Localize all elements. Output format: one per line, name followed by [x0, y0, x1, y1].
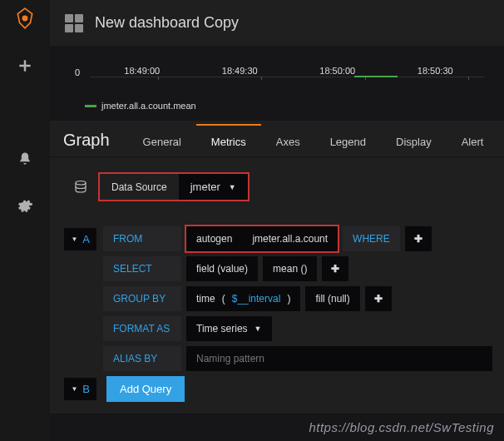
- from-label: FROM: [103, 226, 181, 251]
- select-add-button[interactable]: ✚: [322, 256, 348, 281]
- select-field[interactable]: field (value): [186, 256, 258, 281]
- chart-baseline: [90, 77, 484, 77]
- groupby-time[interactable]: time ($__interval): [186, 286, 300, 311]
- select-label: SELECT: [103, 256, 181, 281]
- database-icon: [67, 173, 95, 201]
- dashboard-grid-icon[interactable]: [65, 14, 83, 32]
- caret-down-icon: ▼: [254, 325, 262, 333]
- alias-label: ALIAS BY: [103, 346, 181, 371]
- query-letter: A: [82, 233, 90, 245]
- x-tick: 18:49:00: [117, 66, 167, 76]
- dashboards-icon[interactable]: [8, 96, 42, 129]
- caret-down-icon: ▼: [71, 235, 77, 243]
- from-measurement[interactable]: jmeter.all.a.count: [242, 226, 338, 251]
- tab-alert[interactable]: Alert: [447, 126, 499, 156]
- query-a-toggle[interactable]: ▼ A: [64, 228, 96, 250]
- sidebar: [0, 0, 50, 441]
- datasource-select[interactable]: jmeter ▼: [179, 174, 248, 200]
- svg-point-0: [22, 16, 28, 22]
- select-agg[interactable]: mean (): [263, 256, 317, 281]
- format-label: FORMAT AS: [103, 316, 181, 341]
- plus-icon[interactable]: [8, 49, 42, 82]
- bell-icon[interactable]: [8, 142, 42, 176]
- topbar: New dashboard Copy: [50, 0, 504, 46]
- panel-type-title: Graph: [60, 131, 128, 156]
- legend-swatch: [85, 105, 96, 107]
- tab-metrics[interactable]: Metrics: [196, 124, 261, 156]
- grafana-logo-icon[interactable]: [14, 7, 36, 32]
- y-axis-tick: 0: [75, 67, 80, 77]
- x-tick-mark: [158, 77, 159, 80]
- chart-legend: jmeter.all.a.count.mean: [70, 96, 484, 119]
- tab-general[interactable]: General: [128, 126, 196, 156]
- tab-legend[interactable]: Legend: [315, 126, 381, 156]
- datasource-label: Data Source: [100, 174, 179, 200]
- caret-down-icon: ▼: [71, 385, 77, 393]
- editor-tabs: Graph General Metrics Axes Legend Displa…: [50, 121, 504, 157]
- dashboard-title[interactable]: New dashboard Copy: [95, 14, 239, 32]
- alias-input[interactable]: [186, 346, 492, 371]
- svg-point-3: [76, 181, 86, 185]
- main: 0 18:49:00 18:49:30 18:50:00 18:50:30 jm…: [50, 46, 504, 441]
- query-b-toggle[interactable]: ▼ B: [64, 378, 96, 400]
- tab-axes[interactable]: Axes: [261, 126, 315, 156]
- query-letter: B: [82, 383, 90, 395]
- where-add-button[interactable]: ✚: [405, 226, 432, 251]
- gear-icon[interactable]: [8, 189, 42, 222]
- x-tick: 18:50:00: [313, 66, 363, 76]
- svg-rect-2: [19, 65, 30, 67]
- format-select[interactable]: Time series ▼: [186, 316, 272, 341]
- panel-editor: Graph General Metrics Axes Legend Displa…: [50, 121, 504, 414]
- x-axis-ticks: 18:49:00 18:49:30 18:50:00 18:50:30: [70, 66, 484, 76]
- chart-highlight: [354, 76, 398, 77]
- x-tick-mark: [468, 77, 469, 80]
- datasource-row: Data Source jmeter ▼: [67, 172, 492, 201]
- groupby-add-button[interactable]: ✚: [365, 286, 392, 311]
- x-tick: 18:49:30: [215, 66, 264, 76]
- query-a: ▼ A FROM autogen jmeter.all.a.count WHER…: [67, 226, 492, 402]
- groupby-fill[interactable]: fill (null): [305, 286, 359, 311]
- x-tick: 18:50:30: [410, 66, 460, 76]
- tab-display[interactable]: Display: [381, 126, 447, 156]
- legend-series-name[interactable]: jmeter.all.a.count.mean: [101, 101, 196, 111]
- groupby-label: GROUP BY: [103, 286, 181, 311]
- caret-down-icon: ▼: [229, 183, 236, 191]
- datasource-value: jmeter: [190, 181, 220, 193]
- format-value: Time series: [196, 323, 248, 334]
- from-policy[interactable]: autogen: [186, 226, 242, 251]
- panel-chart-preview: 0 18:49:00 18:49:30 18:50:00 18:50:30 jm…: [50, 46, 504, 119]
- add-query-button[interactable]: Add Query: [106, 376, 185, 402]
- where-label[interactable]: WHERE: [343, 226, 400, 251]
- x-tick-mark: [261, 77, 262, 80]
